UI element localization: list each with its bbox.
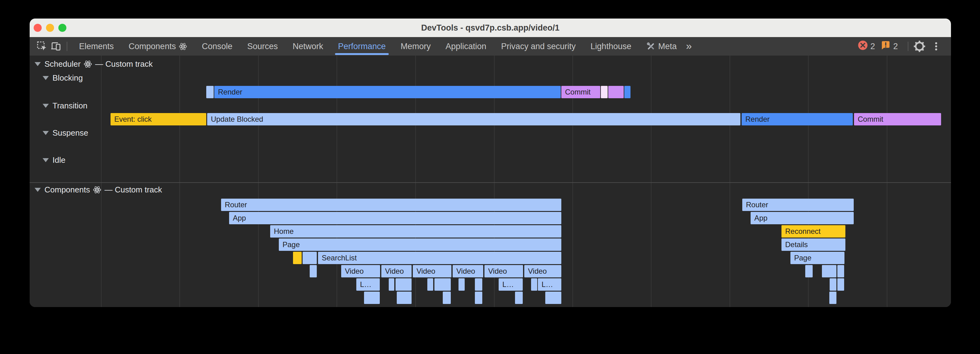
collapse-triangle-icon[interactable] [43,104,49,108]
tab-meta[interactable]: Meta [639,37,684,56]
flame-bar-video[interactable]: Video [524,265,561,277]
toolbar-divider [67,42,67,51]
more-tabs-chevron[interactable]: » [686,40,692,52]
flame-bar[interactable] [475,292,482,304]
flame-bar-searchlist[interactable]: SearchList [318,252,561,264]
tab-privacy-and-security[interactable]: Privacy and security [494,37,583,56]
flame-bar[interactable] [397,292,412,304]
flame-bar-render[interactable]: Render [214,86,561,98]
error-badge[interactable]: 2 [858,40,875,53]
tab-label: Meta [658,42,677,51]
track-header-scheduler[interactable]: Scheduler — Custom track [35,59,153,69]
flame-bar[interactable] [805,265,813,277]
flame-bar-commit[interactable]: Commit [854,113,941,125]
flame-bar-video[interactable]: Video [341,265,380,277]
flame-bar[interactable] [531,278,537,291]
flame-bar-video[interactable]: Video [381,265,412,277]
tab-sources[interactable]: Sources [240,37,285,56]
flame-bar-page[interactable]: Page [279,238,561,251]
flame-bar[interactable] [443,292,451,304]
flame-bar-commit[interactable]: Commit [561,86,600,98]
flame-bar-router[interactable]: Router [742,199,854,211]
flame-bar-event-click[interactable]: Event: click [111,113,206,125]
flame-bar-page[interactable]: Page [791,252,845,264]
track-title: Scheduler [45,59,81,69]
devtools-toolbar: ElementsComponents ConsoleSourcesNetwork… [30,37,951,56]
flame-bar-l[interactable]: L… [356,278,380,291]
panel-tabs: ElementsComponents ConsoleSourcesNetwork… [72,37,684,56]
flame-bar[interactable] [601,86,608,98]
toolbar-divider [908,42,908,51]
track-header-components[interactable]: Components — Custom track [35,184,162,195]
flame-bar[interactable] [822,265,837,277]
flame-bar[interactable] [293,252,302,264]
flame-bar[interactable] [364,292,380,304]
tab-console[interactable]: Console [194,37,240,56]
tab-label: Memory [401,42,431,51]
flame-bar-video[interactable]: Video [453,265,483,277]
timeline-gridline [651,56,651,307]
devtools-screenshot: DevTools - qsvd7p.csb.app/video/1 Elemen… [0,0,980,354]
tab-components[interactable]: Components [121,37,194,56]
flame-bar-video[interactable]: Video [484,265,523,277]
tab-memory[interactable]: Memory [393,37,438,56]
tab-network[interactable]: Network [285,37,331,56]
collapse-triangle-icon[interactable] [43,131,49,135]
lane-label-transition[interactable]: Transition [43,100,88,111]
lane-name: Transition [52,101,88,111]
collapse-triangle-icon[interactable] [43,158,49,162]
lane-label-idle[interactable]: Idle [43,155,65,165]
flame-bar-router[interactable]: Router [221,199,561,211]
flame-bar-home[interactable]: Home [270,225,561,238]
flame-bar[interactable] [837,278,844,291]
tab-lighthouse[interactable]: Lighthouse [583,37,639,56]
kebab-menu-icon[interactable] [929,40,943,53]
react-atom-icon [93,186,101,194]
lane-label-blocking[interactable]: Blocking [43,73,83,83]
flame-bar[interactable] [434,278,451,291]
flame-bar[interactable] [624,86,630,98]
flame-bar[interactable] [515,292,523,304]
lane-label-suspense[interactable]: Suspense [43,128,88,138]
titlebar: DevTools - qsvd7p.csb.app/video/1 [30,19,951,37]
flame-bar[interactable] [389,278,394,291]
flame-bar-app[interactable]: App [229,212,561,224]
tab-label: Sources [247,42,278,51]
settings-gear-icon[interactable] [913,40,926,53]
flame-bar[interactable] [310,265,317,277]
tab-performance[interactable]: Performance [331,37,393,56]
flame-bar-update-blocked[interactable]: Update Blocked [207,113,740,125]
toolbar-right: 2 2 [858,37,951,56]
flame-bar-l[interactable]: L… [538,278,561,291]
flame-bar[interactable] [206,86,214,98]
flame-bar-details[interactable]: Details [781,238,845,251]
warning-badge[interactable]: 2 [881,40,898,53]
timeline-gridline [887,56,888,307]
flame-bar[interactable] [302,252,317,264]
flame-bar[interactable] [837,265,844,277]
inspect-icon[interactable] [35,40,49,53]
flame-bar-app[interactable]: App [751,212,854,224]
devtools-window: DevTools - qsvd7p.csb.app/video/1 Elemen… [30,19,951,307]
flame-bar-video[interactable]: Video [413,265,452,277]
warning-count: 2 [893,42,898,51]
flame-bar-reconnect[interactable]: Reconnect [781,225,845,238]
collapse-triangle-icon[interactable] [35,188,41,192]
flame-bar[interactable] [608,86,624,98]
device-toolbar-icon[interactable] [49,40,62,53]
tab-elements[interactable]: Elements [72,37,121,56]
error-icon [858,40,868,53]
flame-bar-render[interactable]: Render [741,113,853,125]
flame-bar[interactable] [396,278,412,291]
tab-label: Console [202,42,232,51]
flame-bar[interactable] [427,278,433,291]
collapse-triangle-icon[interactable] [35,62,41,66]
flame-bar-l[interactable]: L… [499,278,523,291]
flame-bar[interactable] [458,278,465,291]
flame-bar[interactable] [475,278,482,291]
flame-bar[interactable] [830,278,837,291]
flame-bar[interactable] [829,292,837,304]
collapse-triangle-icon[interactable] [43,76,49,80]
tab-application[interactable]: Application [438,37,494,56]
flame-bar[interactable] [545,292,561,304]
